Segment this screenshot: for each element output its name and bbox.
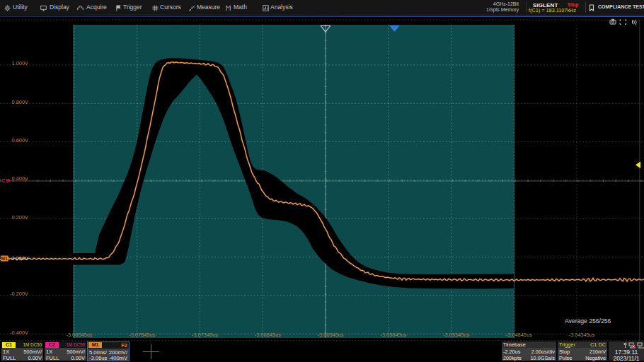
svg-text:-0.200V: -0.200V	[10, 291, 28, 297]
svg-text:-3.07845us: -3.07845us	[129, 332, 155, 338]
svg-text:0.000V: 0.000V	[11, 255, 29, 262]
svg-text:M1: M1	[1, 256, 7, 261]
svg-text:-0.400V: -0.400V	[10, 329, 28, 336]
svg-text:-3.06345us: -3.06345us	[318, 332, 344, 338]
svg-text:0.200V: 0.200V	[12, 214, 28, 221]
svg-text:-3.04845us: -3.04845us	[506, 332, 532, 338]
svg-text:-3.04345us: -3.04345us	[569, 332, 595, 338]
svg-text:-3.05845us: -3.05845us	[380, 332, 406, 338]
svg-text:-3.08345us: -3.08345us	[67, 332, 93, 338]
svg-text:1.000V: 1.000V	[12, 60, 28, 66]
svg-text:-3.06845us: -3.06845us	[255, 332, 281, 338]
svg-text:-3.07345us: -3.07345us	[192, 332, 218, 338]
svg-text:Average 256/256: Average 256/256	[565, 317, 611, 325]
svg-text:-3.05345us: -3.05345us	[443, 332, 469, 338]
svg-text:0.600V: 0.600V	[12, 137, 28, 144]
svg-text:0.400V: 0.400V	[12, 175, 28, 182]
svg-text:0.800V: 0.800V	[12, 99, 28, 105]
svg-text:C1: C1	[1, 177, 8, 184]
